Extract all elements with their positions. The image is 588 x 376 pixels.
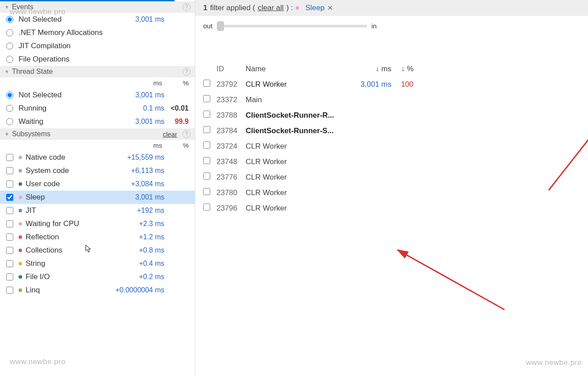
subsystem-row[interactable]: Reflection +1.2 ms [0,230,195,244]
filter-tag[interactable]: Sleep [305,4,324,12]
color-dot-icon [19,249,22,252]
thread-id: 23796 [216,204,246,213]
threadstate-row[interactable]: Running 0.1 ms <0.01 [0,102,195,115]
checkbox[interactable] [6,247,13,254]
checkbox[interactable] [203,126,210,133]
events-row[interactable]: JIT Compilation [0,39,195,53]
thread-row[interactable]: 23792 CLR Worker 3,001 ms 100 [203,77,588,92]
row-label: String [26,259,114,268]
row-label: Not Selected [19,91,114,100]
checkbox[interactable] [203,173,210,180]
radio[interactable] [6,118,13,125]
checkbox[interactable] [6,273,13,280]
row-label: Linq [26,286,114,295]
subsystem-row[interactable]: Native code +15,559 ms [0,151,195,164]
thread-row[interactable]: 23776 CLR Worker [203,169,588,185]
checkbox[interactable] [203,111,210,118]
radio[interactable] [6,105,13,112]
threadstate-row[interactable]: Waiting 3,001 ms 99.9 [0,115,195,128]
row-ms: +0.2 ms [114,273,164,281]
checkbox[interactable] [6,194,13,201]
thread-name: CLR Worker [246,142,352,151]
color-dot-icon [19,275,22,279]
radio[interactable] [6,56,13,63]
checkbox[interactable] [203,142,210,149]
radio[interactable] [6,29,13,36]
thread-row[interactable]: 23748 CLR Worker [203,154,588,169]
checkbox[interactable] [6,154,13,161]
slider-thumb[interactable] [217,21,224,31]
thread-id: 23792 [216,80,246,89]
subsystems-header[interactable]: ▼ Subsystems clear ? [0,128,195,140]
zoom-slider[interactable] [217,25,367,27]
events-row[interactable]: Not Selected 3,001 ms [0,13,195,26]
thread-name: Main [246,96,352,104]
color-dot-icon [19,209,22,212]
subsystem-row[interactable]: Linq +0.0000004 ms [0,284,195,297]
checkbox[interactable] [203,80,210,87]
events-row[interactable]: File Operations [0,53,195,66]
checkbox[interactable] [6,180,13,188]
events-header[interactable]: ▼ Events ? [0,1,195,13]
thread-id: 23748 [216,157,246,166]
checkbox[interactable] [6,207,13,214]
subsystem-row[interactable]: String +0.4 ms [0,257,195,270]
row-ms: 3,001 ms [114,193,164,201]
row-ms: 3,001 ms [114,91,164,99]
subsystem-row[interactable]: File I/O +0.2 ms [0,270,195,284]
subsystem-row[interactable]: System code +6,113 ms [0,164,195,177]
events-title: Events [12,3,182,11]
thread-name: CLR Worker [246,173,352,182]
subsystem-row[interactable]: Collections +0.8 ms [0,244,195,257]
threadstate-header[interactable]: ▼ Thread State ? [0,66,195,77]
help-icon[interactable]: ? [182,68,190,76]
row-ms: +6,113 ms [114,167,164,175]
svg-line-0 [398,250,505,310]
subsystem-row[interactable]: Waiting for CPU +2.3 ms [0,217,195,230]
checkbox[interactable] [203,203,210,211]
row-ms: +15,559 ms [114,153,164,161]
subsystem-row[interactable]: User code +3,084 ms [0,177,195,191]
thread-name: ClientSocket-Runner-R... [246,111,352,120]
thread-id: 23372 [216,96,246,104]
row-ms: +0.8 ms [114,246,164,254]
thread-row[interactable]: 23784 ClientSocket-Runner-S... [203,123,588,138]
thread-row[interactable]: 23780 CLR Worker [203,185,588,200]
checkbox[interactable] [6,287,13,294]
thread-ms: 3,001 ms [352,80,391,89]
subsystem-row[interactable]: JIT +192 ms [0,204,195,217]
clear-all-link[interactable]: clear all [258,4,284,12]
row-pct: 99.9 [164,118,189,126]
row-ms: 0.1 ms [114,104,164,112]
help-icon[interactable]: ? [182,3,190,11]
color-dot-icon [19,156,22,159]
checkbox[interactable] [6,260,13,267]
checkbox[interactable] [203,95,210,102]
thread-row[interactable]: 23372 Main [203,92,588,107]
close-icon[interactable]: ✕ [327,4,333,12]
filter-dot-icon [296,6,299,10]
checkbox[interactable] [203,157,210,164]
checkbox[interactable] [6,220,13,227]
subsystems-clear[interactable]: clear [163,130,177,138]
events-row[interactable]: .NET Memory Allocations [0,26,195,39]
checkbox[interactable] [6,234,13,241]
thread-row[interactable]: 23724 CLR Worker [203,138,588,154]
radio[interactable] [6,16,13,23]
row-label: User code [26,180,114,188]
threadstate-row[interactable]: Not Selected 3,001 ms [0,88,195,102]
row-label: Not Selected [19,15,114,24]
subsystem-row[interactable]: Sleep 3,001 ms [0,191,195,204]
checkbox[interactable] [203,188,210,195]
checkbox[interactable] [6,167,13,174]
help-icon[interactable]: ? [182,130,190,138]
color-dot-icon [19,182,22,186]
row-ms: +1.2 ms [114,233,164,241]
zoom-in-label: in [372,22,377,30]
thread-id: 23776 [216,173,246,182]
row-label: Waiting [19,117,114,126]
thread-row[interactable]: 23788 ClientSocket-Runner-R... [203,107,588,123]
radio[interactable] [6,92,13,99]
thread-row[interactable]: 23796 CLR Worker [203,200,588,216]
radio[interactable] [6,42,13,50]
